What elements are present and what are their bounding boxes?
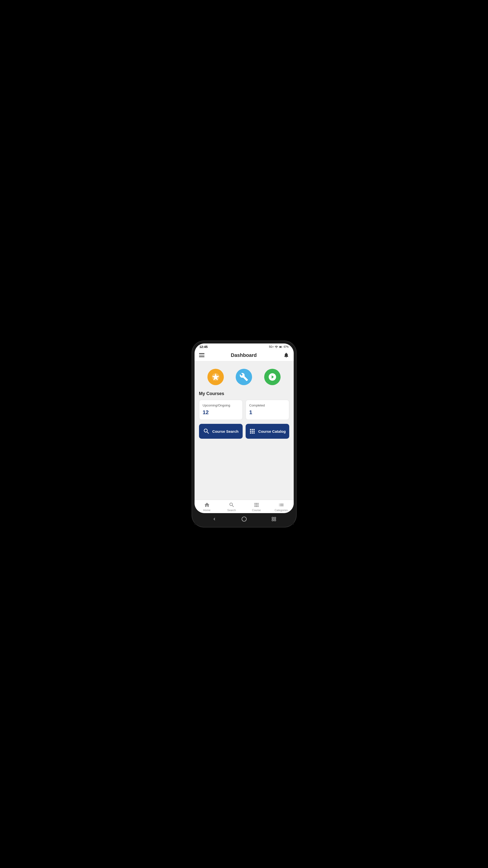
back-button[interactable] — [211, 516, 218, 523]
nav-search-label: Search — [227, 509, 236, 512]
my-courses-section: My Courses Upcoming/Ongoing 12 Completed… — [199, 391, 289, 439]
nav-course-label: Course — [252, 509, 261, 512]
course-search-button[interactable]: Course Search — [199, 424, 242, 439]
home-circle-icon — [241, 516, 247, 522]
svg-rect-4 — [272, 517, 273, 519]
nav-home-label: Home — [203, 509, 210, 512]
bottom-nav: Home Search Course Categories — [195, 500, 294, 513]
completed-label: Completed — [249, 403, 286, 407]
battery-text: 67% — [284, 345, 289, 348]
nav-search[interactable]: Search — [224, 502, 239, 512]
svg-point-3 — [242, 517, 246, 521]
course-catalog-label: Course Catalog — [258, 429, 286, 434]
svg-rect-1 — [280, 346, 281, 347]
upcoming-count: 12 — [203, 409, 239, 416]
search-icon — [229, 502, 235, 508]
nav-home[interactable]: Home — [199, 502, 215, 512]
tools-badge-icon — [239, 372, 248, 381]
signal-text: 5G+ — [269, 345, 273, 348]
phone-shell: 12:45 5G+ 67% Dashboard — [192, 341, 296, 527]
svg-rect-7 — [274, 520, 275, 521]
nav-categories[interactable]: Categories — [274, 502, 289, 512]
back-icon — [212, 517, 217, 522]
home-icon — [204, 502, 210, 508]
course-catalog-button[interactable]: Course Catalog — [246, 424, 289, 439]
battery-icon — [279, 345, 283, 348]
badges-row — [199, 366, 289, 390]
completed-count: 1 — [249, 409, 286, 416]
svg-rect-5 — [274, 517, 275, 519]
svg-rect-6 — [272, 520, 273, 521]
nav-course[interactable]: Course — [249, 502, 264, 512]
nav-categories-label: Categories — [274, 509, 288, 512]
completed-card: Completed 1 — [246, 400, 289, 420]
upcoming-card: Upcoming/Ongoing 12 — [199, 400, 242, 420]
status-icons: 5G+ 67% — [269, 345, 289, 349]
action-buttons: Course Search Course Catalog — [199, 424, 289, 439]
course-catalog-icon — [249, 428, 256, 435]
courses-cards: Upcoming/Ongoing 12 Completed 1 — [199, 400, 289, 420]
app-header: Dashboard — [195, 350, 294, 361]
course-icon — [254, 502, 259, 508]
header-title: Dashboard — [231, 352, 257, 358]
recents-button[interactable] — [270, 516, 277, 523]
medal-badge — [264, 369, 281, 385]
phone-screen: 12:45 5G+ 67% Dashboard — [195, 343, 294, 513]
course-search-label: Course Search — [213, 429, 239, 434]
wifi-icon — [274, 345, 278, 349]
section-title: My Courses — [199, 391, 289, 396]
recents-icon — [271, 517, 276, 522]
tools-badge — [236, 369, 252, 385]
status-bar: 12:45 5G+ 67% — [195, 343, 294, 350]
upcoming-label: Upcoming/Ongoing — [203, 403, 239, 407]
system-nav-bar — [195, 513, 294, 525]
star-badge-icon — [211, 372, 220, 381]
categories-icon — [278, 502, 284, 508]
star-badge — [207, 369, 224, 385]
home-button[interactable] — [241, 516, 248, 523]
status-time: 12:45 — [199, 345, 208, 349]
medal-badge-icon — [268, 372, 277, 381]
course-search-icon — [203, 428, 210, 435]
hamburger-button[interactable] — [199, 353, 204, 357]
notification-bell-icon[interactable] — [283, 352, 289, 358]
main-content: My Courses Upcoming/Ongoing 12 Completed… — [195, 361, 294, 500]
